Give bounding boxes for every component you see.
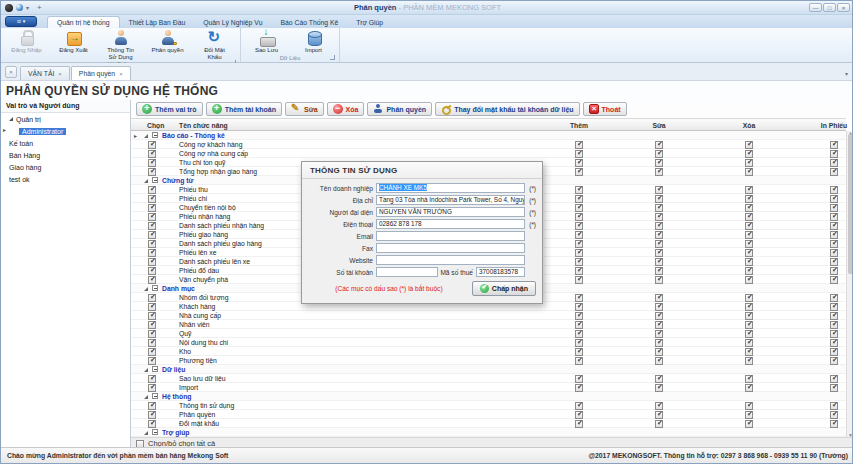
sao-luu-button[interactable]: Sao Lưu <box>243 29 290 54</box>
row-select-checkbox[interactable] <box>148 402 156 410</box>
row-select-checkbox[interactable] <box>148 411 156 419</box>
xoa-checkbox[interactable] <box>745 330 753 338</box>
xoa-checkbox[interactable] <box>745 204 753 212</box>
ma-so-thue-input[interactable]: 37008183578 <box>476 267 525 277</box>
sidebar-item-test-ok[interactable]: test ok <box>1 173 130 185</box>
row-select-checkbox[interactable] <box>148 348 156 356</box>
collapse-icon[interactable] <box>144 134 148 138</box>
xoa-checkbox[interactable] <box>745 141 753 149</box>
collapse-icon[interactable] <box>144 368 148 372</box>
them-checkbox[interactable] <box>575 357 583 365</box>
grid-row-sao-luu-du-lieu[interactable]: Sao lưu dữ liệu <box>131 374 846 383</box>
scrollbar-thumb[interactable] <box>848 134 853 274</box>
in-phieu-checkbox[interactable] <box>830 141 838 149</box>
xoa-checkbox[interactable] <box>745 258 753 266</box>
sidebar-item-quan-tri[interactable]: Quản trị <box>1 113 130 125</box>
sua-button[interactable]: Sửa <box>285 102 324 116</box>
dien-thoai-input[interactable]: 02862 878 178 <box>376 219 525 229</box>
them-checkbox[interactable] <box>575 375 583 383</box>
accept-button[interactable]: Chấp nhận <box>472 281 536 296</box>
column-header-select[interactable]: Chọn <box>147 122 164 129</box>
sua-checkbox[interactable] <box>655 402 663 410</box>
grid-group-row-tro-giup[interactable]: Trợ giúp <box>131 428 846 437</box>
in-phieu-checkbox[interactable] <box>830 339 838 347</box>
xoa-checkbox[interactable] <box>745 303 753 311</box>
sua-checkbox[interactable] <box>655 420 663 428</box>
grid-row-cong-no-khach-hang[interactable]: Công nợ khách hàng <box>131 140 846 149</box>
sidebar-item-ban-hang[interactable]: Bán Hàng <box>1 149 130 161</box>
them-checkbox[interactable] <box>575 420 583 428</box>
orb-icon[interactable] <box>16 4 23 11</box>
expand-icon[interactable] <box>9 117 13 121</box>
in-phieu-checkbox[interactable] <box>830 294 838 302</box>
sua-checkbox[interactable] <box>655 186 663 194</box>
import-button[interactable]: Import <box>290 29 337 54</box>
in-phieu-checkbox[interactable] <box>830 240 838 248</box>
row-select-checkbox[interactable] <box>148 159 156 167</box>
sua-checkbox[interactable] <box>655 267 663 275</box>
in-phieu-checkbox[interactable] <box>830 204 838 212</box>
sua-checkbox[interactable] <box>655 249 663 257</box>
row-select-checkbox[interactable] <box>148 204 156 212</box>
them-tai-khoan-button[interactable]: Thêm tài khoản <box>206 102 282 116</box>
in-phieu-checkbox[interactable] <box>830 357 838 365</box>
ribbon-tab-quan-ly-nghiep-vu[interactable]: Quản Lý Nghiệp Vụ <box>194 17 271 28</box>
them-checkbox[interactable] <box>575 303 583 311</box>
sua-checkbox[interactable] <box>655 294 663 302</box>
xoa-checkbox[interactable] <box>745 231 753 239</box>
sua-checkbox[interactable] <box>655 348 663 356</box>
close-icon[interactable]: × <box>837 3 850 12</box>
row-select-checkbox[interactable] <box>148 249 156 257</box>
them-checkbox[interactable] <box>575 150 583 158</box>
collapse-box-icon[interactable] <box>152 177 158 183</box>
xoa-checkbox[interactable] <box>745 150 753 158</box>
xoa-checkbox[interactable] <box>745 375 753 383</box>
them-checkbox[interactable] <box>575 267 583 275</box>
grid-row-kho[interactable]: Kho <box>131 347 846 356</box>
row-select-checkbox[interactable] <box>148 312 156 320</box>
in-phieu-checkbox[interactable] <box>830 231 838 239</box>
doi-mat-khau-button[interactable]: Đổi Mật Khẩu <box>191 29 238 60</box>
them-checkbox[interactable] <box>575 240 583 248</box>
ten-doanh-nghiep-input[interactable]: CHÀNH XE MK5 <box>376 183 525 193</box>
ribbon-tab-bao-cao-thong-ke[interactable]: Báo Cáo Thống Kê <box>272 17 348 28</box>
grid-row-noi-dung-thu-chi[interactable]: Nội dung thu chi <box>131 338 846 347</box>
them-checkbox[interactable] <box>575 312 583 320</box>
them-checkbox[interactable] <box>575 204 583 212</box>
xoa-checkbox[interactable] <box>745 222 753 230</box>
them-checkbox[interactable] <box>575 339 583 347</box>
collapse-icon[interactable] <box>144 395 148 399</box>
nguoi-dai-dien-input[interactable]: NGUYỄN VĂN TRƯỜNG <box>376 207 525 217</box>
in-phieu-checkbox[interactable] <box>830 249 838 257</box>
grid-group-row-du-lieu[interactable]: Dữ liệu <box>131 365 846 374</box>
dialog-launcher-icon[interactable] <box>330 55 335 60</box>
them-checkbox[interactable] <box>575 141 583 149</box>
sua-checkbox[interactable] <box>655 231 663 239</box>
in-phieu-checkbox[interactable] <box>830 222 838 230</box>
plus-icon[interactable]: + <box>37 4 42 12</box>
vertical-scrollbar[interactable]: ▲ ▼ <box>846 131 853 437</box>
website-input[interactable] <box>376 255 525 265</box>
row-select-checkbox[interactable] <box>148 321 156 329</box>
close-icon[interactable]: × <box>58 71 62 77</box>
sua-checkbox[interactable] <box>655 159 663 167</box>
xoa-checkbox[interactable] <box>745 240 753 248</box>
grid-row-phan-quyen[interactable]: Phân quyền <box>131 410 846 419</box>
in-phieu-checkbox[interactable] <box>830 312 838 320</box>
grid-row-thong-tin-su-dung[interactable]: Thông tin sử dụng <box>131 401 846 410</box>
dropdown-arrow-icon[interactable]: ▾ <box>26 5 29 11</box>
row-select-checkbox[interactable] <box>148 330 156 338</box>
in-phieu-checkbox[interactable] <box>830 195 838 203</box>
xoa-checkbox[interactable] <box>745 402 753 410</box>
sua-checkbox[interactable] <box>655 357 663 365</box>
row-select-checkbox[interactable] <box>148 186 156 194</box>
in-phieu-checkbox[interactable] <box>830 159 838 167</box>
thong-tin-su-dung-button[interactable]: Thông Tin Sử Dụng <box>97 29 144 60</box>
them-vai-tro-button[interactable]: Thêm vai trò <box>136 102 203 116</box>
them-checkbox[interactable] <box>575 321 583 329</box>
them-checkbox[interactable] <box>575 258 583 266</box>
thoat-button[interactable]: Thoát <box>583 102 627 116</box>
in-phieu-checkbox[interactable] <box>830 213 838 221</box>
row-select-checkbox[interactable] <box>148 150 156 158</box>
sidebar-item-giao-hang[interactable]: Giao hàng <box>1 161 130 173</box>
